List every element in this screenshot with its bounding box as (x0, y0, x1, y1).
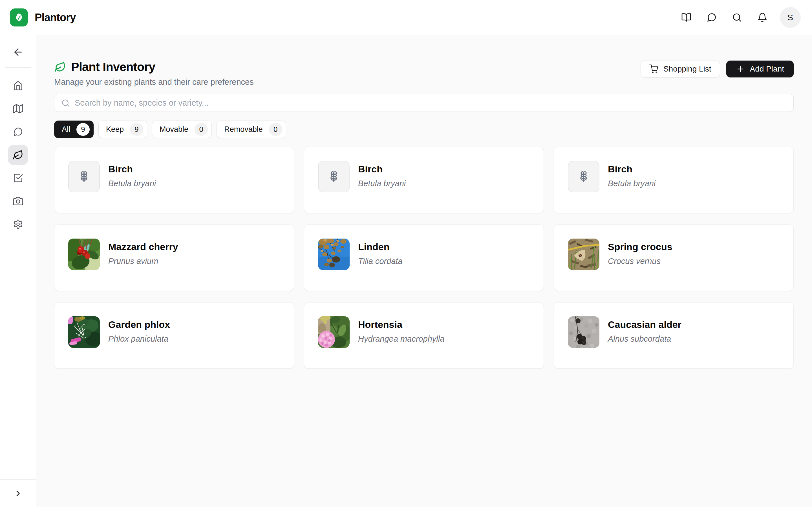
plant-thumbnail (68, 238, 100, 270)
settings-icon (13, 219, 23, 229)
plant-name: Birch (108, 164, 156, 175)
camera-icon (13, 196, 23, 206)
sidebar-divider (5, 67, 31, 68)
filter-label: Keep (106, 125, 124, 134)
plant-card[interactable]: Birch Betula bryani (54, 147, 294, 213)
flower-placeholder-icon (77, 170, 91, 183)
linden-photo (318, 238, 350, 270)
sidebar-expand-button[interactable] (8, 483, 28, 504)
avatar[interactable]: S (780, 7, 801, 28)
sidebar (0, 35, 36, 507)
search-button[interactable] (731, 11, 743, 24)
plant-name: Birch (608, 164, 656, 175)
phlox-photo (68, 316, 100, 348)
plant-thumbnail (318, 316, 350, 348)
plant-card[interactable]: Birch Betula bryani (304, 147, 544, 213)
sidebar-item-camera[interactable] (8, 191, 28, 211)
plant-thumbnail (568, 161, 599, 192)
main-content: Plant Inventory Manage your existing pla… (36, 35, 812, 507)
plant-species: Crocus vernus (608, 257, 672, 266)
filter-count-badge: 0 (195, 123, 208, 136)
plant-name: Caucasian alder (608, 319, 681, 330)
plant-card[interactable]: Linden Tilia cordata (304, 224, 544, 291)
filter-count-badge: 0 (269, 123, 282, 136)
plant-card[interactable]: Hortensia Hydrangea macrophylla (304, 302, 544, 369)
add-plant-button[interactable]: Add Plant (726, 61, 794, 77)
plant-name: Hortensia (358, 319, 444, 330)
sidebar-item-tasks[interactable] (8, 168, 28, 188)
app-logo[interactable] (10, 8, 28, 26)
add-plant-label: Add Plant (750, 64, 784, 73)
filter-tab-movable[interactable]: Movable0 (152, 121, 212, 138)
sidebar-item-settings[interactable] (8, 214, 28, 234)
arrow-left-icon (12, 47, 24, 58)
topbar: Plantory S (0, 0, 812, 35)
chat-button[interactable] (705, 11, 718, 24)
search-icon (732, 12, 742, 22)
plant-card[interactable]: Birch Betula bryani (554, 147, 794, 213)
plant-card[interactable]: Spring crocus Crocus vernus (554, 224, 794, 291)
brand: Plantory (10, 8, 76, 26)
search-bar (54, 94, 794, 112)
docs-button[interactable] (680, 11, 693, 24)
flower-placeholder-icon (577, 170, 591, 183)
filter-tabs: All9Keep9Movable0Removable0 (54, 121, 794, 138)
alder-photo (568, 316, 599, 348)
plant-species: Hydrangea macrophylla (358, 334, 444, 344)
plant-species: Betula bryani (358, 179, 406, 188)
plant-species: Betula bryani (108, 179, 156, 188)
crocus-photo (568, 238, 599, 270)
shopping-list-button[interactable]: Shopping List (641, 61, 720, 77)
filter-count-badge: 9 (77, 123, 90, 136)
topbar-actions: S (667, 7, 801, 28)
search-input[interactable] (75, 98, 786, 108)
plant-card[interactable]: Caucasian alder Alnus subcordata (554, 302, 794, 369)
check-square-icon (13, 173, 23, 183)
filter-label: Movable (160, 125, 188, 134)
app-title: Plantory (35, 11, 76, 24)
plant-thumbnail (68, 161, 100, 192)
filter-count-badge: 9 (130, 123, 143, 136)
filter-label: All (62, 125, 70, 134)
plant-thumbnail (568, 238, 599, 270)
sidebar-footer (0, 480, 36, 507)
flower-placeholder-icon (327, 170, 341, 183)
sidebar-item-map[interactable] (8, 99, 28, 119)
plant-species: Tilia cordata (358, 257, 403, 266)
chevron-right-icon (13, 489, 23, 498)
plant-species: Prunus avium (108, 257, 178, 266)
plant-name: Mazzard cherry (108, 241, 178, 252)
plant-name: Spring crocus (608, 241, 672, 252)
home-icon (13, 80, 23, 91)
filter-tab-keep[interactable]: Keep9 (98, 121, 147, 138)
chat-bubble-icon (707, 12, 717, 22)
back-button[interactable] (8, 42, 28, 62)
search-icon (61, 99, 70, 108)
plant-species: Alnus subcordata (608, 334, 681, 344)
shopping-list-label: Shopping List (663, 64, 711, 73)
sidebar-item-chat[interactable] (8, 122, 28, 142)
plant-name: Garden phlox (108, 319, 170, 330)
chat-bubble-icon (13, 127, 23, 137)
book-open-icon (681, 12, 691, 22)
sidebar-item-plants[interactable] (8, 145, 28, 165)
hortensia-photo (318, 316, 350, 348)
notifications-button[interactable] (756, 11, 769, 24)
plant-thumbnail (318, 161, 350, 192)
map-icon (13, 104, 23, 114)
plant-card[interactable]: Mazzard cherry Prunus avium (54, 224, 294, 291)
sidebar-item-home[interactable] (8, 75, 28, 96)
leaf-icon (54, 61, 66, 73)
shopping-cart-icon (649, 64, 658, 73)
page-subtitle: Manage your existing plants and their ca… (54, 77, 254, 87)
filter-tab-all[interactable]: All9 (54, 121, 94, 138)
sidebar-nav (8, 75, 28, 234)
filter-tab-removable[interactable]: Removable0 (216, 121, 286, 138)
page-title: Plant Inventory (71, 60, 155, 74)
plus-icon (736, 64, 745, 73)
leaf-icon (13, 150, 23, 160)
filter-label: Removable (224, 125, 263, 134)
plant-card[interactable]: Garden phlox Phlox paniculata (54, 302, 294, 369)
cherry-photo (68, 238, 100, 270)
plant-name: Linden (358, 241, 403, 252)
